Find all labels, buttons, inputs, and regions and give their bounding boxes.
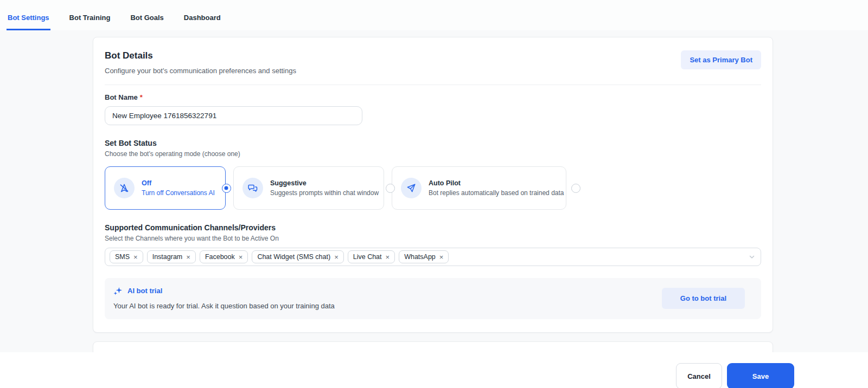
chat-bubbles-icon	[242, 178, 263, 198]
channel-chip-whatsapp: WhatsApp ×	[399, 250, 449, 263]
radio-auto-pilot[interactable]	[571, 184, 580, 193]
bot-details-card: Bot Details Configure your bot's communi…	[93, 37, 773, 333]
trial-subtitle: Your AI bot is ready for trial. Ask it q…	[113, 302, 335, 310]
bot-status-label: Set Bot Status	[105, 139, 761, 147]
channel-chip-facebook: Facebook ×	[200, 250, 248, 263]
chip-label: Facebook	[205, 253, 235, 261]
bot-status-sublabel: Choose the bot's operating mode (choose …	[105, 150, 761, 158]
tab-bar: Bot Settings Bot Training Bot Goals Dash…	[0, 0, 868, 30]
tab-bot-goals[interactable]: Bot Goals	[129, 14, 164, 30]
bot-status-option-suggestive[interactable]: Suggestive Suggests prompts within chat …	[233, 166, 384, 210]
chip-label: Chat Widget (SMS chat)	[257, 253, 330, 261]
channels-label: Supported Communication Channels/Provide…	[105, 223, 761, 232]
option-title: Off	[142, 179, 215, 187]
bot-name-label-text: Bot Name	[105, 93, 138, 101]
bot-status-option-auto-pilot[interactable]: Auto Pilot Bot replies automatically bas…	[392, 166, 566, 210]
remove-chip-icon[interactable]: ×	[186, 254, 190, 261]
sparkles-icon	[113, 286, 123, 295]
bot-status-option-off[interactable]: Off Turn off Conversations AI	[105, 166, 226, 210]
trial-title: AI bot trial	[127, 287, 162, 295]
cancel-button[interactable]: Cancel	[676, 363, 722, 388]
chevron-down-icon[interactable]	[749, 254, 755, 260]
chip-label: Live Chat	[353, 253, 382, 261]
remove-chip-icon[interactable]: ×	[133, 254, 138, 261]
save-button[interactable]: Save	[727, 363, 794, 388]
radio-suggestive[interactable]	[386, 184, 395, 193]
channel-chip-live-chat: Live Chat ×	[348, 250, 395, 263]
remove-chip-icon[interactable]: ×	[239, 254, 243, 261]
remove-chip-icon[interactable]: ×	[386, 254, 390, 261]
option-subtitle: Turn off Conversations AI	[142, 189, 215, 197]
bot-status-options: Off Turn off Conversations AI Suggestive…	[105, 166, 761, 210]
set-primary-bot-button[interactable]: Set as Primary Bot	[681, 50, 761, 69]
footer-bar: Cancel Save	[0, 352, 868, 388]
channels-multiselect[interactable]: SMS × Instagram × Facebook × Chat Widget…	[105, 248, 761, 266]
channels-sublabel: Select the Channels where you want the B…	[105, 235, 761, 242]
bot-name-label: Bot Name*	[105, 93, 761, 101]
option-title: Suggestive	[270, 179, 379, 187]
tab-bot-training[interactable]: Bot Training	[68, 14, 112, 30]
page-subtitle: Configure your bot's communication prefe…	[105, 67, 296, 75]
divider	[105, 85, 761, 85]
chip-label: Instagram	[152, 253, 183, 261]
option-title: Auto Pilot	[429, 179, 564, 187]
remove-chip-icon[interactable]: ×	[439, 254, 444, 261]
go-to-bot-trial-button[interactable]: Go to bot trial	[662, 288, 745, 309]
ai-bot-trial-banner: AI bot trial Your AI bot is ready for tr…	[105, 278, 761, 319]
channel-chip-sms: SMS ×	[110, 250, 143, 263]
required-asterisk: *	[140, 93, 143, 101]
channel-chip-chat-widget: Chat Widget (SMS chat) ×	[252, 250, 343, 263]
page-title: Bot Details	[105, 50, 296, 61]
option-subtitle: Suggests prompts within chat window	[270, 189, 379, 197]
radio-off[interactable]	[222, 184, 231, 193]
option-subtitle: Bot replies automatically based on train…	[429, 189, 564, 197]
chip-label: SMS	[115, 253, 130, 261]
send-off-icon	[114, 178, 135, 198]
tab-bot-settings[interactable]: Bot Settings	[7, 14, 50, 30]
bot-name-input[interactable]	[105, 106, 362, 125]
remove-chip-icon[interactable]: ×	[334, 254, 339, 261]
paper-plane-icon	[401, 178, 422, 198]
tab-dashboard[interactable]: Dashboard	[183, 14, 222, 30]
channel-chip-instagram: Instagram ×	[147, 250, 196, 263]
chip-label: WhatsApp	[404, 253, 436, 261]
